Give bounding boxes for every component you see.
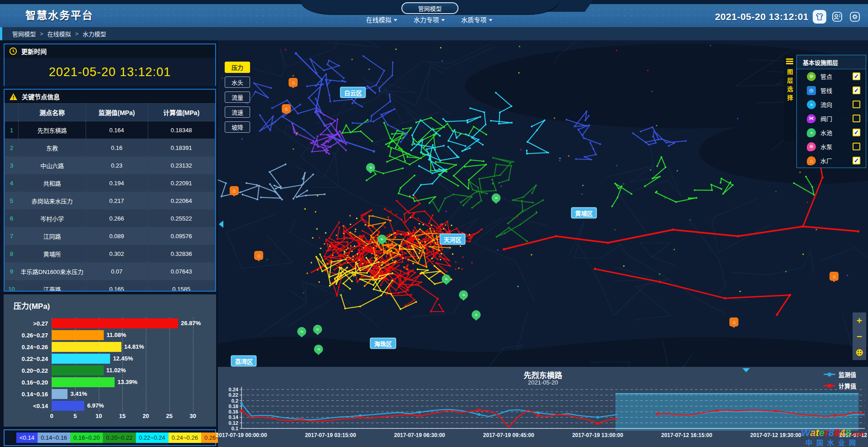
breadcrumb-item[interactable]: 水力模型 bbox=[82, 29, 106, 38]
tab-pipe-network-model[interactable]: 管网模型 bbox=[401, 2, 458, 14]
table-cell: 1 bbox=[5, 121, 19, 139]
corner-cell bbox=[5, 104, 19, 121]
table-row[interactable]: 9丰乐路DN1600来水压力0.070.07643 bbox=[5, 263, 215, 280]
locate-button[interactable]: ⊕ bbox=[853, 344, 866, 360]
legend-item-监测值[interactable]: 监测值 bbox=[824, 370, 856, 379]
pool-pin[interactable]: ≈ bbox=[297, 327, 306, 336]
zoom-out-button[interactable]: − bbox=[853, 328, 866, 344]
table-row[interactable]: 1先烈东横路0.1640.18348 bbox=[5, 121, 215, 139]
table-cell: 4 bbox=[5, 174, 19, 192]
table-cell: 0.22064 bbox=[148, 192, 215, 210]
settings-gear-icon[interactable] bbox=[848, 10, 862, 24]
theme-shirt-icon[interactable] bbox=[813, 10, 826, 24]
water-plant-pin[interactable]: ⌂ bbox=[289, 78, 298, 87]
layer-checkbox[interactable]: ✓ bbox=[853, 72, 860, 80]
table-row[interactable]: 10江燕路0.1650.1585 bbox=[5, 280, 215, 292]
table-cell: 0.25522 bbox=[148, 210, 215, 227]
table-row[interactable]: 7江同路0.0890.09576 bbox=[5, 227, 215, 245]
pool-pin[interactable]: ≈ bbox=[377, 235, 386, 244]
water-plant-pin[interactable]: ⌂ bbox=[282, 104, 291, 113]
table-row[interactable]: 6岑村小学0.2660.25522 bbox=[5, 210, 215, 227]
table-cell: 0.18391 bbox=[148, 139, 215, 157]
table-row[interactable]: 2东教0.160.18391 bbox=[5, 139, 215, 157]
bar-value-label: 6.97% bbox=[87, 402, 104, 409]
layer-checkbox[interactable] bbox=[853, 143, 860, 150]
bar-row: 0.16~0.2013.39% bbox=[8, 376, 212, 388]
chevron-down-icon bbox=[394, 19, 397, 21]
app-header: 智慧水务平台 管网模型 在线模拟水力专项水质专项 2021-05-20 13:1… bbox=[0, 0, 868, 27]
layer-checkbox[interactable]: ✓ bbox=[853, 129, 860, 136]
mode-button-坡降[interactable]: 坡降 bbox=[225, 121, 250, 133]
key-nodes-panel: 关键节点信息 测点名称监测值(MPa)计算值(MPa)1先烈东横路0.1640.… bbox=[4, 89, 216, 292]
x-tick-label: 2017-07-19 13:00:00 bbox=[572, 432, 623, 438]
table-cell: 0.32836 bbox=[148, 245, 215, 263]
pool-pin[interactable]: ≈ bbox=[459, 290, 468, 299]
table-cell: 0.09576 bbox=[148, 227, 215, 245]
table-cell: 丰乐路DN1600来水压力 bbox=[19, 263, 86, 280]
y-tick-label: 0.12 bbox=[229, 420, 238, 426]
table-row[interactable]: 3中山六路0.230.23132 bbox=[5, 157, 215, 174]
layer-item-label: 阀门 bbox=[820, 114, 853, 123]
table-row[interactable]: 8黄埔所0.3020.32836 bbox=[5, 245, 215, 263]
chevron-down-icon bbox=[441, 19, 445, 21]
collapse-left-panel-handle[interactable] bbox=[219, 221, 223, 228]
layer-checkbox[interactable]: ✓ bbox=[853, 157, 860, 164]
mode-button-流速[interactable]: 流速 bbox=[225, 106, 250, 118]
y-tick-label: 0.22 bbox=[229, 392, 238, 398]
pool-pin[interactable]: ≈ bbox=[492, 193, 501, 202]
layer-item-管线[interactable]: ◎管线✓ bbox=[797, 83, 866, 97]
water-plant-pin[interactable]: ⌂ bbox=[829, 272, 839, 281]
water-plant-pin[interactable]: ⌂ bbox=[254, 251, 263, 260]
pump-icon: ⊕ bbox=[807, 142, 816, 151]
legend-label: 计算值 bbox=[839, 381, 856, 390]
user-card-icon[interactable] bbox=[830, 10, 844, 24]
bar-category-label: 0.14~0.16 bbox=[8, 391, 52, 398]
table-cell: 0.1585 bbox=[148, 280, 215, 292]
breadcrumb-item[interactable]: 管网模型 bbox=[12, 29, 36, 38]
pressure-chart-title: 压力(MPa) bbox=[4, 294, 216, 313]
mode-button-水头[interactable]: 水头 bbox=[225, 77, 250, 88]
layer-item-管点[interactable]: ⊛管点✓ bbox=[797, 69, 866, 83]
layer-item-label: 管线 bbox=[820, 86, 853, 95]
pool-pin[interactable]: ≈ bbox=[314, 345, 323, 354]
zoom-in-button[interactable]: + bbox=[853, 312, 866, 328]
layer-select-tab[interactable]: 图层选择 bbox=[784, 55, 796, 141]
nav-item-在线模拟[interactable]: 在线模拟 bbox=[366, 15, 397, 24]
layer-item-水池[interactable]: ≈水池✓ bbox=[797, 125, 866, 139]
map-zoom-controls: +−⊕ bbox=[853, 312, 866, 360]
mode-button-流量[interactable]: 流量 bbox=[225, 91, 250, 103]
layer-checkbox[interactable]: ✓ bbox=[853, 87, 860, 94]
bar-row: 0.22~0.2412.45% bbox=[8, 353, 212, 365]
layer-item-水厂[interactable]: ⌂水厂✓ bbox=[797, 154, 866, 168]
watermark-char: a bbox=[810, 427, 815, 438]
timeseries-subtitle: 2021-05-20 bbox=[528, 379, 558, 386]
layer-item-阀门[interactable]: ✀阀门 bbox=[797, 111, 866, 125]
layer-checkbox[interactable] bbox=[853, 101, 860, 108]
district-label-白云区: 白云区 bbox=[340, 87, 366, 98]
pool-pin[interactable]: ≈ bbox=[442, 274, 451, 284]
table-row[interactable]: 4共和路0.1940.22091 bbox=[5, 174, 215, 192]
layer-checkbox[interactable] bbox=[853, 115, 860, 122]
nav-item-水质专项[interactable]: 水质专项 bbox=[461, 15, 492, 24]
table-cell: 江燕路 bbox=[19, 280, 86, 292]
water-plant-pin[interactable]: ⌂ bbox=[230, 186, 239, 195]
layer-item-流向[interactable]: ≈流向 bbox=[797, 97, 866, 111]
update-time-header: 更新时间 bbox=[5, 44, 215, 58]
mode-button-压力[interactable]: 压力 bbox=[225, 62, 250, 73]
pressure-bar-chart: >0.2726.87%0.26~0.2711.08%0.24~0.2614.81… bbox=[8, 317, 212, 422]
table-cell: 0.266 bbox=[86, 210, 148, 227]
breadcrumb-item[interactable]: 在线模拟 bbox=[48, 29, 71, 38]
water-plant-pin[interactable]: ⌂ bbox=[729, 317, 738, 327]
collapse-bottom-panel-handle[interactable] bbox=[743, 368, 750, 372]
pipe-network-map[interactable]: ⌂⌂⌂⌂⌂⌂≈≈≈≈≈≈≈≈≈白云区黄埔区天河区海珠区荔湾区 压力水头流量流速坡… bbox=[218, 40, 868, 367]
layer-item-水泵[interactable]: ⊕水泵 bbox=[797, 139, 866, 154]
pool-pin[interactable]: ≈ bbox=[472, 310, 481, 319]
pool-pin[interactable]: ≈ bbox=[313, 325, 322, 334]
nav-item-水力专项[interactable]: 水力专项 bbox=[414, 15, 445, 24]
pool-pin[interactable]: ≈ bbox=[366, 163, 375, 172]
legend-item-计算值[interactable]: 计算值 bbox=[824, 381, 856, 390]
breadcrumb: 管网模型>在线模拟>水力模型 bbox=[0, 27, 868, 40]
watermark-char: t bbox=[816, 427, 819, 438]
table-row[interactable]: 5赤岗站来水压力0.2170.22064 bbox=[5, 192, 215, 210]
bar bbox=[52, 377, 115, 387]
